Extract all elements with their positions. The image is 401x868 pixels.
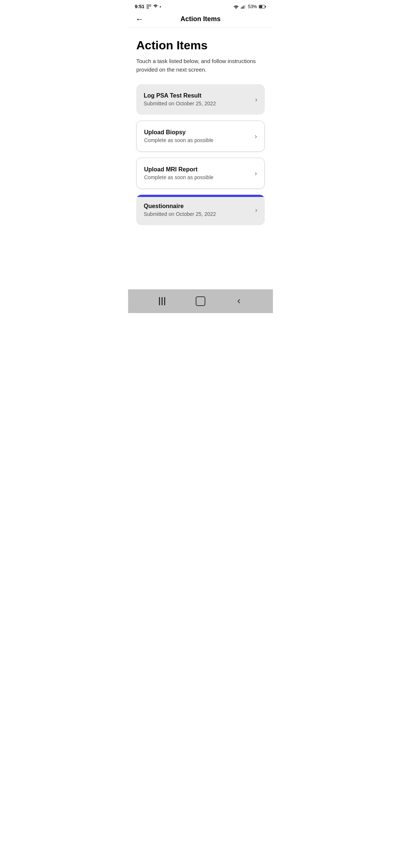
bottom-nav-bar xyxy=(128,289,273,313)
status-icons: • xyxy=(146,4,161,9)
card-chevron-upload-mri: › xyxy=(255,170,257,177)
home-icon xyxy=(196,296,205,306)
svg-rect-3 xyxy=(241,7,242,9)
progress-bar-fill xyxy=(136,195,265,197)
nav-bar: ← Action Items xyxy=(128,11,273,28)
time-display: 9:51 xyxy=(135,4,144,9)
card-title-questionnaire: Questionnaire xyxy=(144,203,251,210)
action-card-questionnaire[interactable]: Questionnaire Submitted on October 25, 2… xyxy=(136,195,265,225)
card-chevron-psa-test: › xyxy=(255,96,257,103)
nav-title: Action Items xyxy=(180,15,221,23)
card-title-upload-biopsy: Upload Biopsy xyxy=(144,129,251,136)
card-text-questionnaire: Questionnaire Submitted on October 25, 2… xyxy=(144,203,251,217)
svg-rect-6 xyxy=(244,5,245,9)
svg-rect-9 xyxy=(259,5,262,8)
back-button-nav[interactable] xyxy=(231,294,246,309)
card-text-upload-mri: Upload MRI Report Complete as soon as po… xyxy=(144,166,251,180)
main-content: Action Items Touch a task listed below, … xyxy=(128,28,273,289)
status-right: 53% xyxy=(233,4,266,9)
card-text-upload-biopsy: Upload Biopsy Complete as soon as possib… xyxy=(144,129,251,143)
svg-rect-0 xyxy=(147,4,149,6)
action-cards-list: Log PSA Test Result Submitted on October… xyxy=(136,84,265,225)
card-subtitle-psa-test: Submitted on October 25, 2022 xyxy=(144,101,251,106)
svg-rect-5 xyxy=(243,6,244,9)
card-title-psa-test: Log PSA Test Result xyxy=(144,92,251,99)
card-chevron-questionnaire: › xyxy=(255,206,257,214)
back-button[interactable]: ← xyxy=(136,14,144,24)
card-subtitle-questionnaire: Submitted on October 25, 2022 xyxy=(144,211,251,217)
card-subtitle-upload-biopsy: Complete as soon as possible xyxy=(144,137,251,143)
home-button[interactable] xyxy=(193,294,208,309)
back-nav-icon xyxy=(235,297,243,305)
svg-rect-4 xyxy=(242,6,243,9)
battery-display: 53% xyxy=(248,4,257,9)
progress-bar-container xyxy=(136,195,265,197)
card-text-psa-test: Log PSA Test Result Submitted on October… xyxy=(144,92,251,106)
recent-apps-button[interactable] xyxy=(155,294,170,309)
signal-icon xyxy=(241,4,246,9)
page-subtitle: Touch a task listed below, and follow in… xyxy=(136,57,265,74)
status-bar: 9:51 • 53% xyxy=(128,0,273,11)
wifi-icon xyxy=(233,4,239,9)
status-time: 9:51 • xyxy=(135,4,161,9)
battery-icon xyxy=(259,4,266,9)
svg-rect-1 xyxy=(149,4,151,6)
card-chevron-upload-biopsy: › xyxy=(255,132,257,140)
recent-apps-icon xyxy=(159,297,165,305)
action-card-psa-test[interactable]: Log PSA Test Result Submitted on October… xyxy=(136,84,265,115)
card-title-upload-mri: Upload MRI Report xyxy=(144,166,251,173)
page-title: Action Items xyxy=(136,39,265,52)
svg-rect-8 xyxy=(265,6,266,7)
card-subtitle-upload-mri: Complete as soon as possible xyxy=(144,174,251,180)
action-card-upload-mri[interactable]: Upload MRI Report Complete as soon as po… xyxy=(136,158,265,189)
action-card-upload-biopsy[interactable]: Upload Biopsy Complete as soon as possib… xyxy=(136,121,265,152)
svg-rect-2 xyxy=(147,7,149,9)
